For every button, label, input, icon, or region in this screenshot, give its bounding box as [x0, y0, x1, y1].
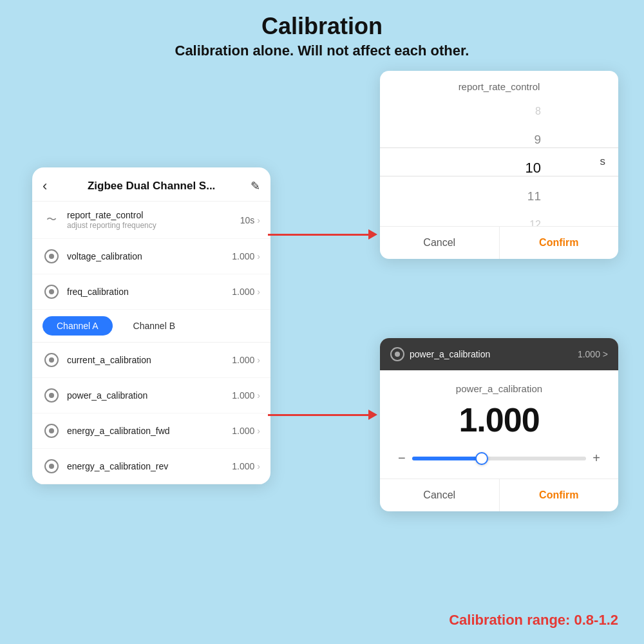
back-button[interactable]: ‹ — [43, 178, 47, 194]
arrow-power-a — [268, 410, 377, 420]
page-subtitle: Calibration alone. Will not affect each … — [0, 43, 644, 59]
slider-header-name: power_a_calibration — [410, 349, 490, 359]
picker-divider-top — [380, 147, 618, 148]
picker-cancel-button[interactable]: Cancel — [380, 227, 500, 259]
circle-icon-current-a — [43, 351, 61, 369]
slider-big-value: 1.000 — [395, 401, 603, 439]
list-item-energy-fwd[interactable]: energy_a_calibration_fwd 1.000 › — [32, 413, 270, 449]
item-content-power-a: power_a_calibration — [67, 390, 232, 401]
chevron-icon-report-rate: › — [257, 215, 260, 225]
slider-cancel-button[interactable]: Cancel — [380, 479, 500, 511]
picker-item-8[interactable]: 8 — [380, 97, 580, 126]
circle-icon-energy-fwd — [43, 422, 61, 440]
item-content-energy-rev: energy_a_calibration_rev — [67, 461, 232, 471]
channel-tabs: Channel A Channel B — [32, 310, 270, 343]
picker-item-9[interactable]: 9 — [380, 126, 580, 154]
slider-confirm-button[interactable]: Confirm — [500, 479, 619, 511]
item-value-power-a: 1.000 — [232, 390, 254, 401]
picker-title: report_rate_control — [380, 71, 618, 97]
picker-scroll[interactable]: 8 9 10 11 12 s — [380, 97, 618, 226]
list-item-energy-rev[interactable]: energy_a_calibration_rev 1.000 › — [32, 449, 270, 484]
item-sub-report-rate: adjust reporting frequency — [67, 221, 240, 230]
phone-panel: ‹ Zigbee Dual Channel S... ✎ 〜 report_ra… — [32, 167, 270, 484]
picker-item-12[interactable]: 12 — [380, 211, 580, 226]
arrow-report-rate — [268, 229, 377, 240]
calibration-range: Calibration range: 0.8-1.2 — [449, 612, 618, 629]
page-title: Calibration — [0, 13, 644, 40]
item-content-current-a: current_a_calibration — [67, 355, 232, 365]
panel-title: Zigbee Dual Channel S... — [52, 180, 251, 193]
list-item-power-a[interactable]: power_a_calibration 1.000 › — [32, 378, 270, 413]
slider-header-icon — [390, 347, 404, 361]
item-value-report-rate: 10s — [240, 215, 255, 225]
chevron-icon-energy-rev: › — [257, 461, 260, 471]
slider-panel-header: power_a_calibration 1.000 > — [380, 338, 618, 370]
item-name-energy-fwd: energy_a_calibration_fwd — [67, 426, 232, 436]
slider-title: power_a_calibration — [395, 383, 603, 394]
slider-panel: power_a_calibration 1.000 > power_a_cali… — [380, 338, 618, 511]
tab-channel-b[interactable]: Channel B — [119, 316, 189, 336]
chevron-icon-energy-fwd: › — [257, 426, 260, 436]
picker-item-11[interactable]: 11 — [380, 182, 580, 211]
list-item-freq[interactable]: freq_calibration 1.000 › — [32, 274, 270, 310]
list-item-voltage[interactable]: voltage_calibration 1.000 › — [32, 239, 270, 274]
chevron-icon-power-a: › — [257, 390, 260, 401]
slider-panel-content: power_a_calibration 1.000 − + — [380, 370, 618, 466]
item-content-voltage: voltage_calibration — [67, 251, 232, 261]
picker-divider-bottom — [380, 176, 618, 176]
picker-actions: Cancel Confirm — [380, 226, 618, 259]
slider-actions: Cancel Confirm — [380, 478, 618, 511]
item-name-current-a: current_a_calibration — [67, 355, 232, 365]
circle-icon-energy-rev — [43, 457, 61, 475]
slider-header-value: 1.000 > — [578, 349, 608, 359]
circle-icon-power-a — [43, 386, 61, 404]
item-name-freq: freq_calibration — [67, 287, 232, 297]
item-name-energy-rev: energy_a_calibration_rev — [67, 461, 232, 471]
chevron-icon-freq: › — [257, 287, 260, 297]
item-value-freq: 1.000 — [232, 287, 254, 297]
slider-plus-button[interactable]: + — [592, 451, 600, 466]
item-name-report-rate: report_rate_control — [67, 210, 240, 220]
circle-icon-freq — [43, 283, 61, 301]
slider-minus-button[interactable]: − — [398, 451, 406, 466]
chevron-icon-current-a: › — [257, 355, 260, 365]
item-content-report-rate: report_rate_control adjust reporting fre… — [67, 210, 240, 230]
list-item-report-rate[interactable]: 〜 report_rate_control adjust reporting f… — [32, 202, 270, 239]
picker-panel: report_rate_control 8 9 10 11 12 s Cance… — [380, 71, 618, 259]
picker-unit: s — [600, 155, 606, 168]
edit-button[interactable]: ✎ — [251, 179, 260, 193]
item-content-freq: freq_calibration — [67, 287, 232, 297]
phone-header: ‹ Zigbee Dual Channel S... ✎ — [32, 167, 270, 202]
wave-icon: 〜 — [43, 211, 61, 229]
item-content-energy-fwd: energy_a_calibration_fwd — [67, 426, 232, 436]
item-value-energy-rev: 1.000 — [232, 461, 254, 471]
slider-row: − + — [395, 451, 603, 466]
page-title-block: Calibration Calibration alone. Will not … — [0, 0, 644, 59]
picker-item-10[interactable]: 10 — [380, 154, 580, 182]
item-name-voltage: voltage_calibration — [67, 251, 232, 261]
slider-thumb[interactable] — [475, 452, 488, 465]
picker-items: 8 9 10 11 12 — [380, 97, 618, 226]
slider-fill — [412, 457, 482, 460]
item-value-energy-fwd: 1.000 — [232, 426, 254, 436]
item-value-voltage: 1.000 — [232, 251, 254, 261]
list-item-current-a[interactable]: current_a_calibration 1.000 › — [32, 343, 270, 378]
item-value-current-a: 1.000 — [232, 355, 254, 365]
tab-channel-a[interactable]: Channel A — [43, 316, 113, 336]
chevron-icon-voltage: › — [257, 251, 260, 261]
picker-confirm-button[interactable]: Confirm — [500, 227, 619, 259]
slider-header-left: power_a_calibration — [390, 347, 490, 361]
slider-track[interactable] — [412, 457, 587, 460]
item-name-power-a: power_a_calibration — [67, 390, 232, 401]
circle-icon-voltage — [43, 247, 61, 265]
